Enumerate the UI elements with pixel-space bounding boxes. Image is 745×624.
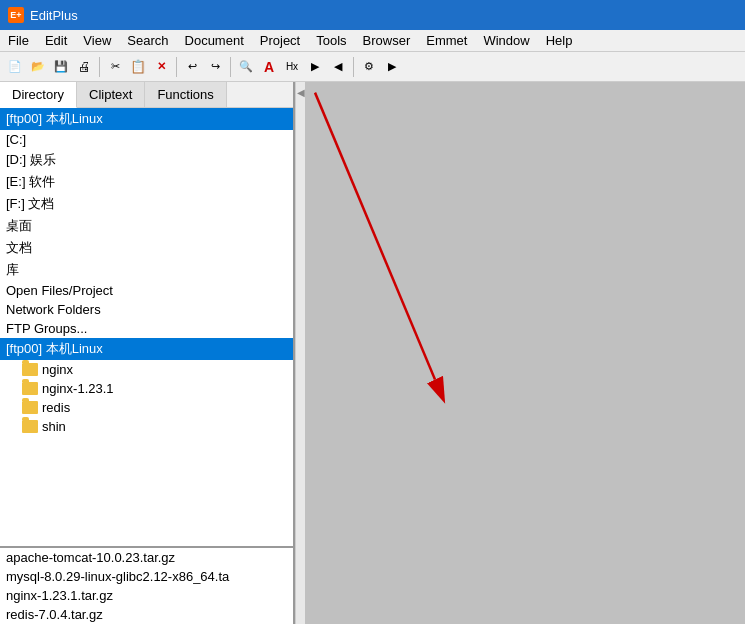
folder-icon (22, 401, 38, 414)
collapse-arrow-icon: ◀ (297, 87, 305, 98)
title-bar: E+ EditPlus (0, 0, 745, 30)
list-item-nginx[interactable]: nginx (0, 360, 293, 379)
app-title: EditPlus (30, 8, 78, 23)
tb-right[interactable]: ▶ (304, 56, 326, 78)
menu-help[interactable]: Help (538, 30, 581, 51)
tb-sep4 (353, 57, 354, 77)
tb-open[interactable]: 📂 (27, 56, 49, 78)
list-item-redis[interactable]: redis (0, 398, 293, 417)
menu-search[interactable]: Search (119, 30, 176, 51)
menu-document[interactable]: Document (177, 30, 252, 51)
left-panel: Directory Cliptext Functions [ftp00] 本机L… (0, 82, 295, 624)
tb-undo[interactable]: ↩ (181, 56, 203, 78)
folder-icon (22, 363, 38, 376)
main-layout: Directory Cliptext Functions [ftp00] 本机L… (0, 82, 745, 624)
menu-view[interactable]: View (75, 30, 119, 51)
menu-emmet[interactable]: Emmet (418, 30, 475, 51)
list-item[interactable]: 桌面 (0, 215, 293, 237)
tb-sep3 (230, 57, 231, 77)
list-item[interactable]: 库 (0, 259, 293, 281)
tb-cut[interactable]: ✂ (104, 56, 126, 78)
tb-delete[interactable]: ✕ (150, 56, 172, 78)
tb-settings[interactable]: ⚙ (358, 56, 380, 78)
menu-browser[interactable]: Browser (355, 30, 419, 51)
file-item[interactable]: mysql-8.0.29-linux-glibc2.12-x86_64.ta (0, 567, 293, 586)
menu-window[interactable]: Window (475, 30, 537, 51)
tb-redo[interactable]: ↪ (204, 56, 226, 78)
folder-icon (22, 382, 38, 395)
list-item[interactable]: [ftp00] 本机Linux (0, 108, 293, 130)
bottom-file-list[interactable]: apache-tomcat-10.0.23.tar.gz mysql-8.0.2… (0, 546, 293, 624)
menu-edit[interactable]: Edit (37, 30, 75, 51)
file-item[interactable]: redis-7.0.4.tar.gz (0, 605, 293, 624)
tb-print[interactable]: 🖨 (73, 56, 95, 78)
menu-bar: File Edit View Search Document Project T… (0, 30, 745, 52)
list-item[interactable]: [E:] 软件 (0, 171, 293, 193)
toolbar: 📄 📂 💾 🖨 ✂ 📋 ✕ ↩ ↪ 🔍 A Hx ▶ ◀ ⚙ ▶ (0, 52, 745, 82)
tb-find[interactable]: 🔍 (235, 56, 257, 78)
file-item[interactable]: apache-tomcat-10.0.23.tar.gz (0, 548, 293, 567)
tb-sep2 (176, 57, 177, 77)
list-item[interactable]: [C:] (0, 130, 293, 149)
tb-sep1 (99, 57, 100, 77)
tb-save[interactable]: 💾 (50, 56, 72, 78)
tb-new[interactable]: 📄 (4, 56, 26, 78)
tb-hex[interactable]: Hx (281, 56, 303, 78)
folder-icon (22, 420, 38, 433)
menu-file[interactable]: File (0, 30, 37, 51)
app-icon: E+ (8, 7, 24, 23)
list-item[interactable]: Network Folders (0, 300, 293, 319)
editor-area[interactable] (305, 82, 745, 624)
svg-line-1 (315, 93, 435, 380)
panel-resize-handle[interactable]: ◀ (295, 82, 305, 624)
file-item[interactable]: nginx-1.23.1.tar.gz (0, 586, 293, 605)
list-item[interactable]: 文档 (0, 237, 293, 259)
tb-a[interactable]: A (258, 56, 280, 78)
list-item-ftp[interactable]: [ftp00] 本机Linux (0, 338, 293, 360)
directory-list[interactable]: [ftp00] 本机Linux [C:] [D:] 娱乐 [E:] 软件 [F:… (0, 108, 293, 546)
list-item-shin[interactable]: shin (0, 417, 293, 436)
list-item[interactable]: [D:] 娱乐 (0, 149, 293, 171)
annotation-arrow (305, 82, 745, 624)
tb-left[interactable]: ◀ (327, 56, 349, 78)
menu-project[interactable]: Project (252, 30, 308, 51)
list-item[interactable]: FTP Groups... (0, 319, 293, 338)
menu-tools[interactable]: Tools (308, 30, 354, 51)
list-item-nginx123[interactable]: nginx-1.23.1 (0, 379, 293, 398)
tb-run[interactable]: ▶ (381, 56, 403, 78)
list-item[interactable]: [F:] 文档 (0, 193, 293, 215)
tab-cliptext[interactable]: Cliptext (77, 82, 145, 107)
list-item[interactable]: Open Files/Project (0, 281, 293, 300)
panel-tabs: Directory Cliptext Functions (0, 82, 293, 108)
tab-functions[interactable]: Functions (145, 82, 226, 107)
tab-directory[interactable]: Directory (0, 82, 77, 108)
tb-copy[interactable]: 📋 (127, 56, 149, 78)
